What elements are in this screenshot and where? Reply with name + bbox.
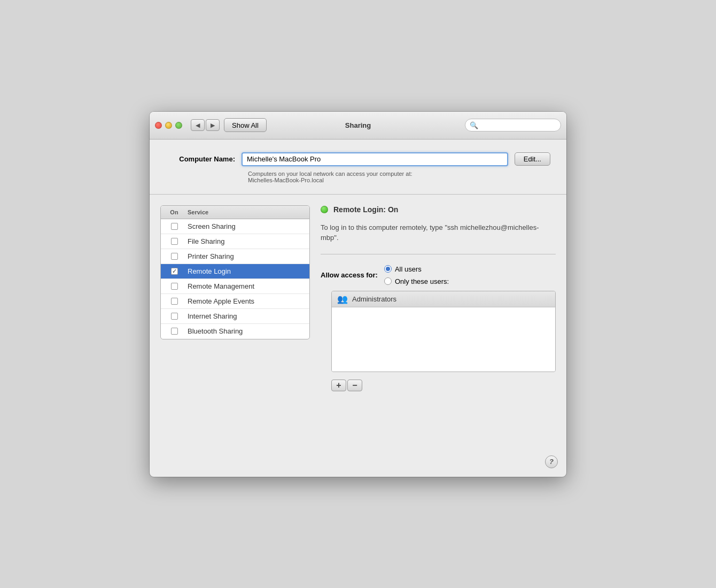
help-button[interactable]: ? [545, 455, 558, 468]
service-name-file-sharing: File Sharing [188, 237, 309, 245]
service-name-remote-management: Remote Management [188, 282, 309, 290]
users-list-container: 👥 Administrators [331, 291, 556, 372]
checkbox-screen-sharing[interactable] [171, 223, 178, 230]
checkbox-cell-screen-sharing[interactable] [161, 223, 188, 230]
checkbox-cell-internet-sharing[interactable] [161, 313, 188, 320]
checkbox-cell-remote-management[interactable] [161, 283, 188, 290]
add-user-button[interactable]: + [331, 380, 346, 391]
help-section: ? [150, 451, 566, 477]
remote-login-description: To log in to this computer remotely, typ… [321, 222, 556, 243]
main-content: On Service Screen Sharing File Sharing [150, 195, 566, 451]
checkbox-remote-apple-events[interactable] [171, 298, 178, 305]
checkbox-file-sharing[interactable] [171, 238, 178, 245]
remove-user-button[interactable]: − [347, 380, 362, 391]
services-panel: On Service Screen Sharing File Sharing [160, 205, 310, 440]
computer-name-row: Computer Name: Edit... [166, 152, 550, 166]
services-table: On Service Screen Sharing File Sharing [160, 205, 310, 339]
checkbox-internet-sharing[interactable] [171, 313, 178, 320]
service-row-remote-login[interactable]: ✓ Remote Login [161, 264, 309, 279]
sub-text-line1: Computers on your local network can acce… [248, 171, 413, 177]
sharing-window: ◀ ▶ Show All Sharing 🔍 Computer Name: Ed… [150, 112, 566, 477]
users-list-header: 👥 Administrators [332, 291, 555, 307]
users-list-body[interactable] [332, 307, 555, 372]
show-all-button[interactable]: Show All [224, 118, 267, 132]
allow-access-label: Allow access for: [321, 271, 378, 279]
allow-access-row: Allow access for: All users Only these u… [321, 265, 556, 285]
back-button[interactable]: ◀ [191, 119, 205, 131]
service-row-file-sharing[interactable]: File Sharing [161, 234, 309, 249]
users-list-actions: + − [331, 380, 556, 391]
close-button[interactable] [155, 122, 162, 129]
checkbox-remote-management[interactable] [171, 283, 178, 290]
radio-all-users[interactable]: All users [384, 265, 449, 273]
service-name-remote-apple-events: Remote Apple Events [188, 297, 309, 305]
sub-text-line2: Michelles-MacBook-Pro.local [248, 177, 413, 183]
checkbox-cell-file-sharing[interactable] [161, 238, 188, 245]
service-name-remote-login: Remote Login [188, 267, 309, 275]
edit-button[interactable]: Edit... [515, 152, 550, 166]
computer-name-label: Computer Name: [166, 155, 235, 163]
service-row-remote-apple-events[interactable]: Remote Apple Events [161, 294, 309, 309]
radio-label-only-these: Only these users: [395, 277, 449, 285]
radio-only-these[interactable]: Only these users: [384, 277, 449, 285]
computer-name-sub-row: Computers on your local network can acce… [166, 171, 550, 183]
checkbox-cell-printer-sharing[interactable] [161, 253, 188, 260]
allow-access-section: Allow access for: All users Only these u… [321, 265, 556, 391]
service-row-internet-sharing[interactable]: Internet Sharing [161, 309, 309, 324]
users-list-header-text: Administrators [352, 295, 396, 303]
services-header: On Service [161, 206, 309, 219]
search-icon: 🔍 [470, 121, 478, 129]
service-row-screen-sharing[interactable]: Screen Sharing [161, 219, 309, 234]
detail-panel: Remote Login: On To log in to this compu… [321, 205, 556, 440]
titlebar: ◀ ▶ Show All Sharing 🔍 [150, 112, 566, 140]
forward-button[interactable]: ▶ [206, 119, 220, 131]
search-box[interactable]: 🔍 [465, 119, 561, 131]
service-row-remote-management[interactable]: Remote Management [161, 279, 309, 294]
computer-name-sub: Computers on your local network can acce… [248, 171, 413, 183]
checkbox-cell-remote-apple-events[interactable] [161, 298, 188, 305]
service-name-bluetooth-sharing: Bluetooth Sharing [188, 327, 309, 335]
radio-group: All users Only these users: [384, 265, 449, 285]
computer-name-input[interactable] [242, 152, 508, 166]
service-row-printer-sharing[interactable]: Printer Sharing [161, 249, 309, 264]
checkbox-bluetooth-sharing[interactable] [171, 328, 178, 335]
checkbox-cell-bluetooth-sharing[interactable] [161, 328, 188, 335]
checkbox-printer-sharing[interactable] [171, 253, 178, 260]
service-name-screen-sharing: Screen Sharing [188, 222, 309, 230]
radio-label-all-users: All users [395, 265, 422, 273]
radio-btn-all-users[interactable] [384, 265, 392, 273]
minimize-button[interactable] [165, 122, 172, 129]
traffic-lights [155, 122, 182, 129]
checkbox-cell-remote-login[interactable]: ✓ [161, 268, 188, 275]
nav-buttons: ◀ ▶ [191, 119, 220, 131]
maximize-button[interactable] [175, 122, 182, 129]
col-service-header: Service [188, 208, 309, 216]
computer-name-section: Computer Name: Edit... Computers on your… [150, 140, 566, 195]
remote-login-header: Remote Login: On [321, 205, 556, 214]
remote-login-title: Remote Login: On [333, 205, 398, 214]
service-row-bluetooth-sharing[interactable]: Bluetooth Sharing [161, 324, 309, 339]
search-input[interactable] [480, 121, 556, 129]
checkbox-remote-login[interactable]: ✓ [171, 268, 178, 275]
divider [321, 254, 556, 254]
service-name-internet-sharing: Internet Sharing [188, 312, 309, 320]
service-name-printer-sharing: Printer Sharing [188, 252, 309, 260]
group-icon: 👥 [337, 294, 348, 304]
window-title: Sharing [345, 121, 371, 129]
col-on-header: On [161, 208, 188, 216]
radio-btn-only-these[interactable] [384, 277, 392, 285]
status-indicator [321, 206, 328, 213]
